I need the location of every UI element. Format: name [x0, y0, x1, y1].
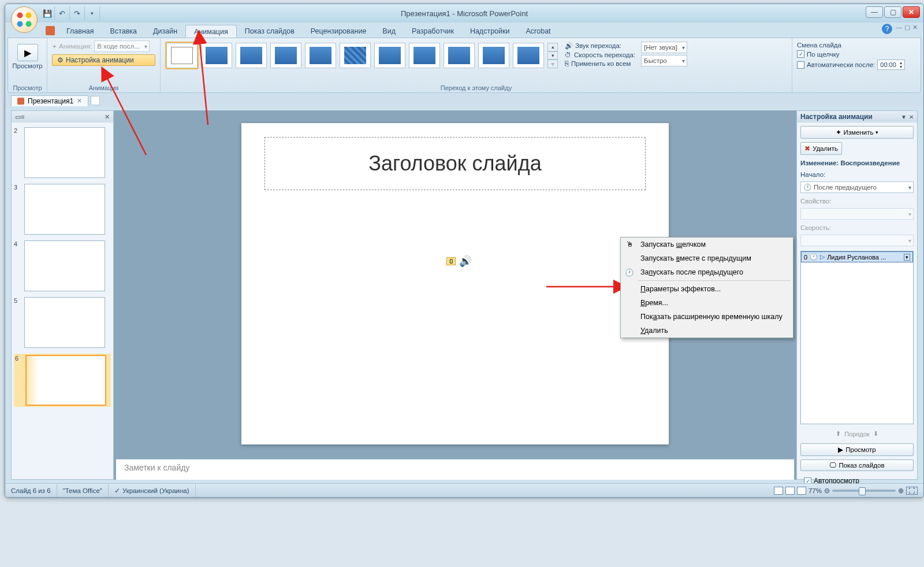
sound-dropdown[interactable]: [Нет звука]: [641, 42, 687, 53]
transition-item[interactable]: [305, 43, 336, 68]
transition-item[interactable]: [374, 43, 405, 68]
minimize-button[interactable]: —: [866, 6, 883, 18]
group-label-transition: Переход к этому слайду: [161, 84, 792, 91]
remove-effect-button[interactable]: ✖Удалить: [800, 142, 842, 155]
entry-dropdown-icon[interactable]: ▾: [904, 254, 910, 261]
outline-view-icon[interactable]: ▭: [15, 113, 21, 121]
tab-надстройки[interactable]: Надстройки: [462, 25, 518, 38]
zoom-slider[interactable]: [832, 490, 896, 492]
title-bar: 💾 ↶ ↷ ▾ Презентация1 - Microsoft PowerPo…: [5, 4, 923, 23]
window-title: Презентация1 - Microsoft PowerPoint: [401, 9, 528, 18]
transition-item[interactable]: [444, 43, 475, 68]
zoom-percent[interactable]: 77%: [808, 487, 822, 494]
tab-рецензирование[interactable]: Рецензирование: [303, 25, 375, 38]
pane-close-icon[interactable]: ✕: [909, 114, 914, 120]
menu-item[interactable]: Удалить: [621, 324, 793, 338]
slide-thumbnail[interactable]: 2: [14, 127, 111, 178]
animation-list: 0 🕐 ▷ Лидия Русланова ... ▾: [800, 251, 914, 424]
sorter-view-icon[interactable]: [785, 487, 795, 495]
transition-item[interactable]: [270, 43, 301, 68]
slideshow-button[interactable]: 🖵Показ слайдов: [800, 459, 914, 471]
speed-dropdown[interactable]: Быстро: [641, 55, 687, 66]
slides-view-icon[interactable]: ≡: [21, 113, 24, 120]
slide-thumbnail[interactable]: 3: [14, 184, 111, 235]
close-button[interactable]: ✕: [903, 6, 920, 18]
document-tab[interactable]: Презентация1 ✕: [11, 95, 88, 106]
anim-pane-title: Настройка анимации: [800, 113, 873, 121]
transition-item[interactable]: [236, 43, 267, 68]
move-down-icon[interactable]: ⬇: [873, 430, 878, 438]
preview-button[interactable]: ▶ Просмотр: [13, 40, 42, 69]
slideshow-view-icon[interactable]: [797, 487, 806, 495]
transition-item[interactable]: [513, 43, 544, 68]
help-icon[interactable]: ?: [882, 24, 892, 34]
tab-дизайн[interactable]: Дизайн: [145, 25, 185, 38]
gallery-scroll[interactable]: ▴▾▿: [547, 43, 558, 68]
status-bar: Слайд 6 из 6 "Тема Office" ✓Украинский (…: [5, 483, 923, 497]
mdi-close[interactable]: ✕: [912, 24, 918, 34]
qat-redo-icon[interactable]: ↷: [70, 6, 85, 20]
gear-icon: ⚙: [57, 56, 64, 64]
star-icon: ✦: [836, 128, 841, 136]
slide-thumbnail[interactable]: 6: [14, 354, 111, 407]
menu-item[interactable]: Параметры эффектов...: [621, 282, 793, 296]
start-dropdown[interactable]: 🕐После предыдущего: [800, 181, 914, 193]
compat-mode-icon[interactable]: [46, 26, 55, 35]
pane-menu-icon[interactable]: ▼: [901, 114, 907, 120]
move-up-icon[interactable]: ⬆: [836, 430, 841, 438]
speed-icon: ⏱: [565, 51, 572, 58]
custom-animation-pane: Настройка анимации ▼✕ ✦Изменить▾ ✖Удалит…: [796, 110, 918, 480]
qat-undo-icon[interactable]: ↶: [55, 6, 70, 20]
play-icon: ▶: [838, 446, 843, 454]
menu-item[interactable]: 🕐Запускать после предыдущего: [621, 265, 793, 279]
slide-thumbnail[interactable]: 4: [14, 240, 111, 291]
transition-gallery: ▴▾▿: [165, 40, 559, 71]
language-indicator[interactable]: ✓Украинский (Украина): [109, 484, 196, 497]
zoom-in-icon[interactable]: ⊕: [898, 487, 904, 495]
animation-dropdown[interactable]: В ходе посл...: [94, 40, 150, 52]
slide-thumbnail[interactable]: 5: [14, 297, 111, 348]
qat-save-icon[interactable]: 💾: [40, 6, 55, 20]
sound-label: Звук перехода:: [575, 42, 621, 49]
tab-показ слайдов[interactable]: Показ слайдов: [237, 25, 303, 38]
on-click-checkbox[interactable]: ✓: [797, 50, 804, 58]
transition-item[interactable]: [409, 43, 440, 68]
play-icon: ▷: [820, 253, 825, 261]
sound-object[interactable]: 0 🔊: [446, 255, 472, 268]
menu-item[interactable]: 🖱Запускать щелчком: [621, 238, 793, 251]
transition-item[interactable]: [478, 43, 509, 68]
speaker-icon: 🔊: [459, 255, 472, 268]
tab-разработчик[interactable]: Разработчик: [404, 25, 462, 38]
office-button[interactable]: [11, 6, 38, 33]
auto-after-time[interactable]: 00:00▴▾: [877, 60, 905, 70]
apply-all-button[interactable]: ⎘Применить ко всем: [565, 60, 635, 67]
mdi-minimize[interactable]: —: [896, 24, 902, 34]
transition-none[interactable]: [166, 43, 198, 68]
fit-view-icon[interactable]: ⛶: [906, 487, 918, 495]
tab-acrobat[interactable]: Acrobat: [517, 25, 558, 38]
tab-вставка[interactable]: Вставка: [102, 25, 145, 38]
menu-item[interactable]: Запускать вместе с предыдущим: [621, 251, 793, 265]
tab-close-icon[interactable]: ✕: [77, 97, 82, 105]
normal-view-icon[interactable]: [774, 487, 783, 495]
qat-more-icon[interactable]: ▾: [85, 6, 100, 20]
notes-pane[interactable]: Заметки к слайду: [116, 459, 794, 480]
zoom-out-icon[interactable]: ⊖: [824, 487, 830, 495]
speed-label: Скорость перехода:: [574, 51, 635, 58]
slide-count: Слайд 6 из 6: [5, 484, 57, 497]
new-tab[interactable]: [91, 96, 100, 105]
custom-animation-button[interactable]: ⚙ Настройка анимации: [52, 54, 155, 66]
menu-item[interactable]: Время...: [621, 296, 793, 310]
change-effect-button[interactable]: ✦Изменить▾: [800, 126, 914, 139]
play-preview-button[interactable]: ▶Просмотр: [800, 443, 914, 456]
maximize-button[interactable]: ▢: [884, 6, 901, 18]
animation-entry[interactable]: 0 🕐 ▷ Лидия Русланова ... ▾: [801, 251, 913, 262]
auto-after-checkbox[interactable]: [797, 61, 804, 69]
menu-item[interactable]: Показать расширенную временную шкалу: [621, 310, 793, 324]
transition-item[interactable]: [340, 43, 371, 68]
title-placeholder[interactable]: Заголовок слайда: [264, 137, 646, 190]
tab-вид[interactable]: Вид: [374, 25, 404, 38]
mdi-restore[interactable]: ▢: [904, 24, 910, 34]
start-label: Начало:: [800, 170, 914, 178]
tab-главная[interactable]: Главная: [58, 25, 102, 38]
